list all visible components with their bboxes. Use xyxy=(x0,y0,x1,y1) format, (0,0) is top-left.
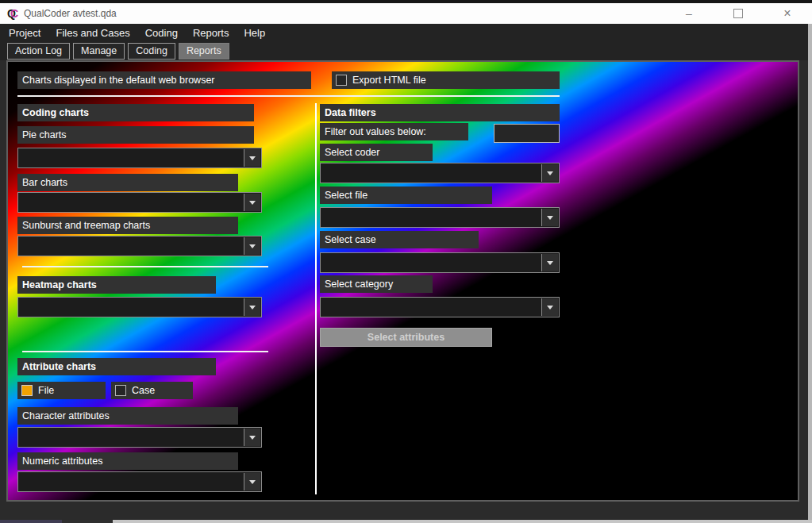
select-attributes-button[interactable]: Select attributes xyxy=(320,328,492,347)
tab-action-log[interactable]: Action Log xyxy=(7,43,70,60)
chevron-down-icon xyxy=(244,237,260,255)
window-title: QualCoder avtest.qda xyxy=(24,8,117,19)
filter-values-label: Filter out values below: xyxy=(320,123,468,140)
file-checkbox[interactable]: File xyxy=(17,382,106,399)
tab-coding[interactable]: Coding xyxy=(128,43,175,60)
tabbar: Action Log Manage Coding Reports xyxy=(0,42,812,60)
chevron-down-icon xyxy=(244,298,260,316)
select-case-combobox[interactable] xyxy=(320,252,560,273)
maximize-icon xyxy=(733,9,743,18)
menu-item-help[interactable]: Help xyxy=(237,24,271,42)
taskbar-edge-segment xyxy=(62,520,113,523)
numeric-attributes-combobox[interactable] xyxy=(17,471,262,492)
tab-manage[interactable]: Manage xyxy=(73,43,125,60)
case-checkbox-label: Case xyxy=(132,385,155,396)
select-coder-combobox[interactable] xyxy=(320,163,560,183)
data-filters-title: Data filters xyxy=(320,104,560,121)
chevron-down-icon xyxy=(244,149,260,167)
taskbar-edge xyxy=(0,520,812,523)
export-html-checkbox[interactable]: Export HTML file xyxy=(332,71,560,89)
export-html-label: Export HTML file xyxy=(352,75,426,86)
case-checkbox[interactable]: Case xyxy=(111,382,193,399)
chevron-down-icon xyxy=(541,254,558,271)
chevron-down-icon xyxy=(541,164,558,182)
export-html-checkbox-icon xyxy=(336,75,347,86)
tab-reports[interactable]: Reports xyxy=(179,43,229,60)
header-label: Charts displayed in the default web brow… xyxy=(17,71,311,89)
column-divider xyxy=(315,103,317,494)
heatmap-section-separator xyxy=(22,266,268,267)
minimize-icon: – xyxy=(686,7,692,20)
select-category-label: Select category xyxy=(320,275,433,293)
app-window: Q C QualCoder avtest.qda – × Project Fil… xyxy=(0,0,812,523)
menu-item-reports[interactable]: Reports xyxy=(187,24,236,42)
numeric-attributes-label: Numeric attributes xyxy=(17,452,238,470)
attribute-charts-title: Attribute charts xyxy=(17,358,216,375)
titlebar: Q C QualCoder avtest.qda – × xyxy=(0,3,812,24)
pie-charts-combobox[interactable] xyxy=(17,148,262,168)
menubar: Project Files and Cases Coding Reports H… xyxy=(0,24,812,42)
taskbar-edge-segment xyxy=(0,520,62,523)
chevron-down-icon xyxy=(541,209,558,226)
file-checkbox-label: File xyxy=(38,385,54,396)
menu-item-project[interactable]: Project xyxy=(2,24,47,42)
attribute-section-separator xyxy=(22,351,268,352)
chevron-down-icon xyxy=(244,429,260,446)
close-button[interactable]: × xyxy=(763,3,812,24)
pie-charts-label: Pie charts xyxy=(17,126,254,144)
filter-value-input[interactable] xyxy=(494,124,560,143)
sunburst-treemap-combobox[interactable] xyxy=(17,236,262,256)
reports-panel: Charts displayed in the default web brow… xyxy=(6,60,799,502)
chevron-down-icon xyxy=(541,298,558,316)
top-separator xyxy=(17,95,560,97)
chevron-down-icon xyxy=(244,473,260,490)
heatmap-charts-title: Heatmap charts xyxy=(17,276,216,294)
character-attributes-label: Character attributes xyxy=(17,407,238,425)
sunburst-treemap-label: Sunburst and treemap charts xyxy=(17,217,238,234)
menu-item-coding[interactable]: Coding xyxy=(139,24,184,42)
close-icon: × xyxy=(783,6,791,21)
select-file-combobox[interactable] xyxy=(320,207,560,228)
file-checkbox-icon xyxy=(21,385,33,396)
background-window-right-edge xyxy=(808,24,812,520)
select-category-combobox[interactable] xyxy=(320,297,560,317)
select-file-label: Select file xyxy=(320,187,492,204)
heatmap-charts-combobox[interactable] xyxy=(17,297,262,317)
coding-charts-title: Coding charts xyxy=(17,104,254,121)
qualcoder-logo-icon: Q C xyxy=(7,7,17,20)
window-controls: – × xyxy=(664,3,812,24)
minimize-button[interactable]: – xyxy=(664,3,714,24)
menu-item-files-and-cases[interactable]: Files and Cases xyxy=(49,24,136,42)
case-checkbox-icon xyxy=(115,385,126,396)
select-coder-label: Select coder xyxy=(320,144,433,161)
bar-charts-combobox[interactable] xyxy=(17,192,262,213)
maximize-button[interactable] xyxy=(714,3,763,24)
chevron-down-icon xyxy=(244,194,260,211)
character-attributes-combobox[interactable] xyxy=(17,427,262,448)
select-case-label: Select case xyxy=(320,231,479,248)
bar-charts-label: Bar charts xyxy=(17,174,238,191)
